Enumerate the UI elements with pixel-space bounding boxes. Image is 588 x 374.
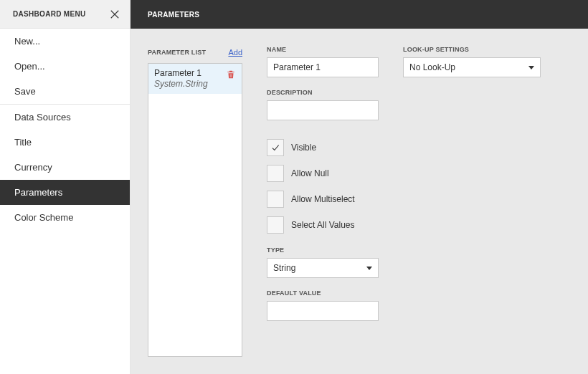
- chevron-down-icon: [366, 267, 372, 270]
- lookup-column: LOOK-UP SETTINGS No Look-Up: [403, 46, 541, 357]
- name-input[interactable]: [267, 57, 379, 77]
- checkbox-icon: [267, 139, 284, 156]
- menu-item-currency[interactable]: Currency: [0, 155, 130, 180]
- parameter-list-header: PARAMETER LIST Add: [148, 46, 242, 59]
- parameter-item-texts: Parameter 1 System.String: [154, 68, 208, 90]
- sidebar-title: DASHBOARD MENU: [13, 10, 85, 18]
- add-parameter-link[interactable]: Add: [228, 48, 242, 57]
- checkbox-icon: [267, 165, 284, 182]
- parameter-item-name: Parameter 1: [154, 68, 208, 79]
- type-select-value: String: [273, 263, 295, 273]
- checkbox-icon: [267, 216, 284, 234]
- description-input[interactable]: [267, 100, 379, 120]
- type-label: TYPE: [267, 246, 379, 254]
- topbar-title: PARAMETERS: [148, 11, 199, 19]
- sidebar: DASHBOARD MENU New... Open... Save Data …: [0, 0, 131, 374]
- menu-item-title[interactable]: Title: [0, 130, 130, 155]
- description-label: DESCRIPTION: [267, 89, 379, 96]
- lookup-select[interactable]: No Look-Up: [403, 57, 541, 77]
- name-label: NAME: [267, 46, 379, 53]
- parameter-item-type: System.String: [154, 79, 208, 90]
- parameter-list-column: PARAMETER LIST Add Parameter 1 System.St…: [148, 46, 242, 357]
- allow-multiselect-label: Allow Multiselect: [291, 194, 355, 204]
- parameter-list-box: Parameter 1 System.String: [148, 63, 242, 357]
- allow-null-label: Allow Null: [291, 168, 329, 178]
- menu-item-data-sources[interactable]: Data Sources: [0, 105, 130, 130]
- checkbox-icon: [267, 191, 284, 208]
- select-all-values-checkbox[interactable]: Select All Values: [267, 216, 379, 234]
- menu-item-save[interactable]: Save: [0, 79, 130, 104]
- main-panel: PARAMETERS PARAMETER LIST Add Parameter …: [131, 0, 588, 374]
- visible-label: Visible: [291, 143, 316, 153]
- content-area: PARAMETER LIST Add Parameter 1 System.St…: [131, 29, 588, 374]
- menu-item-color-scheme[interactable]: Color Scheme: [0, 205, 130, 230]
- parameter-form-column: NAME DESCRIPTION Visible: [267, 46, 379, 357]
- chevron-down-icon: [528, 66, 534, 69]
- close-icon[interactable]: [108, 8, 121, 21]
- sidebar-header: DASHBOARD MENU: [0, 0, 130, 29]
- lookup-label: LOOK-UP SETTINGS: [403, 46, 541, 53]
- lookup-select-value: No Look-Up: [409, 62, 455, 72]
- menu-item-open[interactable]: Open...: [0, 54, 130, 79]
- default-value-input[interactable]: [267, 301, 379, 321]
- menu-item-parameters[interactable]: Parameters: [0, 180, 130, 205]
- trash-icon[interactable]: [226, 69, 236, 80]
- select-all-values-label: Select All Values: [291, 220, 355, 230]
- default-value-label: DEFAULT VALUE: [267, 289, 379, 297]
- visible-checkbox[interactable]: Visible: [267, 139, 379, 156]
- parameter-list-label: PARAMETER LIST: [148, 49, 206, 56]
- parameter-list-item[interactable]: Parameter 1 System.String: [148, 64, 242, 94]
- type-select[interactable]: String: [267, 258, 379, 278]
- allow-null-checkbox[interactable]: Allow Null: [267, 165, 379, 182]
- allow-multiselect-checkbox[interactable]: Allow Multiselect: [267, 191, 379, 208]
- menu-item-new[interactable]: New...: [0, 29, 130, 54]
- topbar: PARAMETERS: [131, 0, 588, 29]
